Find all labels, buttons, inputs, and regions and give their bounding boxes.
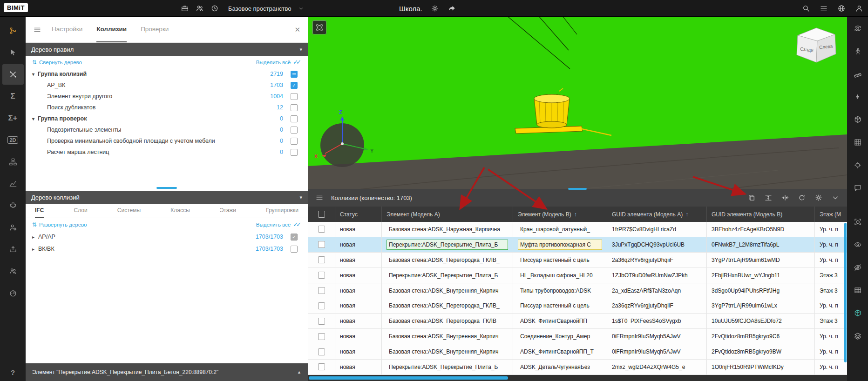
- chart-icon[interactable]: [2, 174, 24, 194]
- rule-row[interactable]: Элемент внутри другого 1004: [26, 91, 308, 102]
- sections-layers-icon[interactable]: [851, 329, 865, 343]
- table-row[interactable]: новая Базовая стена:ADSK_Внутренняя_Кирп…: [308, 329, 847, 344]
- table-row[interactable]: новая Базовая стена:ADSK_Внутренняя_Кирп…: [308, 344, 847, 360]
- rule-row[interactable]: АР_ВК 1703: [26, 80, 308, 91]
- settings-icon[interactable]: [814, 194, 823, 202]
- collision-tree-tab[interactable]: Классы: [170, 204, 190, 218]
- table-row[interactable]: новая Перекрытие:ADSK_Перекрытие_Плита_Б…: [308, 360, 847, 375]
- table-row[interactable]: новая Перекрытие:ADSK_Перекрытие_Плита_Б…: [308, 237, 847, 253]
- user-settings-icon[interactable]: [2, 217, 24, 238]
- navigation-cube[interactable]: Сзади Слева: [792, 23, 841, 68]
- select-all-rules-button[interactable]: Выделить всё: [256, 59, 301, 66]
- rule-row[interactable]: Группа коллизий 2719: [26, 68, 308, 80]
- collision-tree-tab[interactable]: Группировки: [266, 204, 298, 218]
- focus-icon[interactable]: [851, 158, 865, 172]
- comments-icon[interactable]: [851, 181, 865, 195]
- share-icon[interactable]: [448, 4, 456, 13]
- show-eye-icon[interactable]: [851, 238, 865, 252]
- select-all-collisions-button[interactable]: Выделить всё: [256, 221, 301, 228]
- rule-checkbox[interactable]: [291, 138, 298, 145]
- collapse-panel-icon[interactable]: [831, 194, 840, 202]
- grid-table-icon[interactable]: [851, 283, 865, 297]
- menu-icon[interactable]: [820, 4, 828, 13]
- scrollbar-thumb[interactable]: [309, 376, 508, 380]
- rule-row[interactable]: Группа проверок 0: [26, 113, 308, 124]
- grid-icon[interactable]: [851, 135, 865, 149]
- row-height-icon[interactable]: [764, 194, 773, 202]
- collision-tree-tab[interactable]: IFC: [35, 204, 44, 218]
- table-row[interactable]: новая Перекрытие:ADSK_Перекрытие_Плита_Б…: [308, 268, 847, 283]
- sum-tool-icon[interactable]: Σ: [2, 86, 24, 107]
- panel-tab[interactable]: Коллизии: [96, 17, 127, 42]
- table-row[interactable]: новая Базовая стена:ADSK_Перегородка_ГКЛ…: [308, 253, 847, 268]
- collision-tree-tab[interactable]: Этажи: [220, 204, 236, 218]
- collapse-tree-button[interactable]: Свернуть дерево: [32, 59, 82, 66]
- rule-checkbox[interactable]: [291, 71, 298, 78]
- sum-plus-tool-icon[interactable]: Σ+: [2, 108, 24, 128]
- column-element-a[interactable]: Элемент (Модель A): [381, 207, 513, 222]
- isolate-icon[interactable]: [851, 215, 865, 229]
- orbit-icon[interactable]: [851, 21, 865, 35]
- hide-eye-icon[interactable]: [851, 261, 865, 274]
- row-checkbox[interactable]: [318, 302, 325, 309]
- panel-menu-icon[interactable]: [33, 26, 41, 34]
- export-icon[interactable]: [2, 239, 24, 260]
- rule-row[interactable]: Расчет марша лестниц 0: [26, 147, 308, 158]
- projects-icon[interactable]: [181, 4, 189, 13]
- horizontal-scrollbar[interactable]: [308, 375, 847, 381]
- rule-row[interactable]: Подозрительные элементы 0: [26, 124, 308, 135]
- row-checkbox[interactable]: [318, 272, 325, 279]
- row-checkbox[interactable]: [318, 287, 325, 294]
- rule-row[interactable]: Поиск дубликатов 12: [26, 102, 308, 113]
- project-settings-icon[interactable]: [431, 4, 439, 13]
- measure-icon[interactable]: [851, 67, 865, 81]
- copy-icon[interactable]: [747, 194, 756, 202]
- table-row[interactable]: новая Базовая стена:ADSK_Перегородка_ГКЛ…: [308, 298, 847, 314]
- model-structure-icon[interactable]: [2, 20, 24, 41]
- panel-tab[interactable]: Проверки: [141, 17, 169, 42]
- box-section-icon[interactable]: [851, 113, 865, 127]
- select-tool-icon[interactable]: [2, 42, 24, 63]
- column-guid-b[interactable]: GUID элемента (Модель B): [706, 207, 814, 222]
- table-row[interactable]: новая Базовая стена:ADSK_Наружная_Кирпич…: [308, 222, 847, 237]
- rule-checkbox[interactable]: [291, 115, 298, 122]
- row-checkbox[interactable]: [318, 226, 325, 233]
- row-checkbox[interactable]: [318, 241, 325, 248]
- column-guid-a[interactable]: GUID элемента (Модель A)↑: [607, 207, 706, 222]
- section-cut-icon[interactable]: [851, 90, 865, 104]
- first-person-icon[interactable]: [851, 44, 865, 58]
- globe-icon[interactable]: [837, 4, 846, 13]
- column-status[interactable]: Статус: [335, 207, 381, 222]
- collision-tree-header[interactable]: Дерево коллизий: [26, 191, 308, 204]
- row-checkbox[interactable]: [318, 363, 325, 370]
- panel-resize-handle[interactable]: [568, 188, 587, 190]
- expand-arrow-icon[interactable]: [32, 72, 34, 77]
- dashboard-icon[interactable]: [2, 283, 24, 303]
- row-checkbox[interactable]: [318, 333, 325, 340]
- cube-icon[interactable]: [851, 306, 865, 320]
- plugins-icon[interactable]: [2, 195, 24, 216]
- rule-checkbox[interactable]: [291, 93, 298, 100]
- collision-tree-tab[interactable]: Системы: [117, 204, 141, 218]
- help-icon[interactable]: ?: [0, 368, 26, 376]
- close-panel-icon[interactable]: [294, 26, 300, 34]
- rule-checkbox[interactable]: [291, 104, 298, 111]
- collapsed-arrow-icon[interactable]: [32, 234, 34, 240]
- rule-checkbox[interactable]: [291, 149, 298, 156]
- rule-row[interactable]: Проверка минимальной свободной площади с…: [26, 135, 308, 147]
- collapsed-arrow-icon[interactable]: [32, 247, 34, 252]
- viewpoint-capture-button[interactable]: [312, 20, 326, 34]
- expand-arrow-icon[interactable]: [32, 116, 34, 121]
- search-icon[interactable]: [802, 4, 810, 13]
- viewport-3d[interactable]: Z Y X Сзади Слева Коллизии (количество: …: [308, 17, 847, 381]
- collision-group-checkbox[interactable]: [291, 246, 298, 253]
- collision-tree-tab[interactable]: Слои: [74, 204, 87, 218]
- people-icon[interactable]: [2, 261, 24, 281]
- users-icon[interactable]: [196, 4, 204, 13]
- column-floor[interactable]: Этаж (М: [814, 207, 847, 222]
- row-checkbox[interactable]: [318, 348, 325, 355]
- rule-checkbox[interactable]: [291, 82, 298, 89]
- collisions-tool-icon[interactable]: [2, 64, 24, 85]
- fit-columns-icon[interactable]: [781, 194, 789, 202]
- expand-tree-button[interactable]: Развернуть дерево: [32, 221, 87, 228]
